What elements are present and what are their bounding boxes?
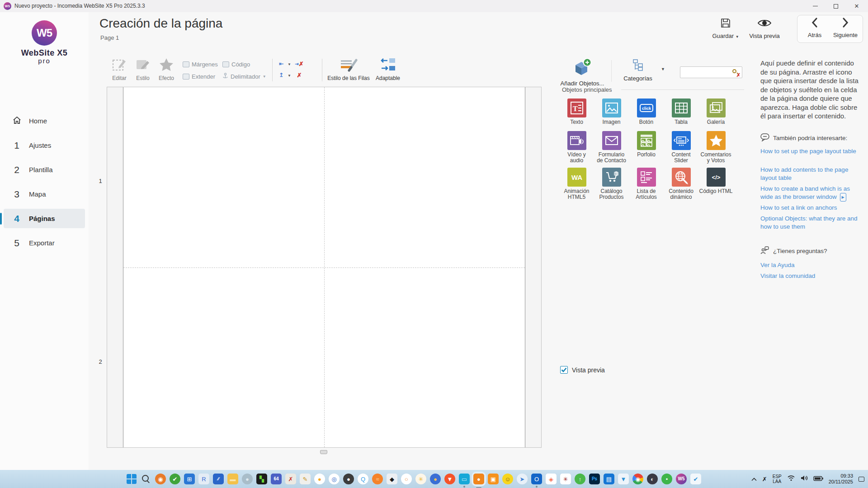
taskbar-search-button[interactable] <box>141 474 151 484</box>
taskbar-icon-globe-crown[interactable]: ● <box>430 474 441 484</box>
object-texto[interactable]: T Texto <box>559 99 594 131</box>
object-animacion-html5[interactable]: WA Animación HTML5 <box>559 168 594 204</box>
help-link-anchors[interactable]: How to set a link on anchors <box>760 204 860 212</box>
layout-grid[interactable] <box>123 87 525 447</box>
save-button[interactable]: Guardar ▼ <box>712 17 739 39</box>
object-tabla[interactable]: Tabla <box>664 99 698 131</box>
taskbar-icon-cloud-upload[interactable]: ↑ <box>575 474 585 484</box>
help-link-comunidad[interactable]: Visitar la comunidad <box>760 272 860 280</box>
taskbar-icon-notes[interactable]: ✎ <box>300 474 311 484</box>
page-layout-canvas[interactable] <box>107 87 542 448</box>
taskbar-icon-shield-check[interactable]: ✔ <box>690 474 701 484</box>
taskbar-icon-orange-ring[interactable]: ◉ <box>155 474 166 484</box>
sidebar-item-paginas[interactable]: 4 Páginas <box>4 209 85 228</box>
taskbar-icon-spark[interactable]: ✳ <box>415 474 426 484</box>
taskbar-icon-dark-red-star[interactable]: ✳ <box>560 474 571 484</box>
taskbar-icon-pin[interactable]: ➤ <box>517 474 528 484</box>
delete-row-button[interactable]: ⇥✗ <box>295 59 304 68</box>
sidebar-item-exportar[interactable]: 5 Exportar <box>4 233 85 253</box>
add-objects-button[interactable]: Añadir Objetos... <box>561 58 604 87</box>
object-lista-articulos[interactable]: Lista de Artículos <box>629 168 664 204</box>
taskbar-icon-panda[interactable]: ● <box>343 474 354 484</box>
object-boton[interactable]: click Botón <box>629 99 664 131</box>
wifi-icon[interactable] <box>787 475 795 483</box>
taskbar-icon-screen-capture[interactable]: ▣ <box>488 474 499 484</box>
taskbar-icon-microsoft-store[interactable]: ⊞ <box>184 474 195 484</box>
object-contenido-dinamico[interactable]: Contenido dinámico <box>664 168 698 204</box>
sidebar-item-home[interactable]: Home <box>4 111 85 131</box>
object-content-slider[interactable]: Content Slider <box>664 131 698 168</box>
sidebar-item-mapa[interactable]: 3 Mapa <box>4 184 85 204</box>
taskbar-icon-brave[interactable]: ▼ <box>444 474 455 484</box>
preview-checkbox-row[interactable]: Vista previa <box>560 366 605 374</box>
taskbar-icon-website-x5-2025[interactable]: ● <box>473 474 484 484</box>
categories-caret[interactable]: ▼ <box>661 67 665 71</box>
delimiter-button[interactable]: Delimitador ▼ <box>222 71 266 81</box>
taskbar-clock[interactable]: 09:33 20/11/2025 <box>829 473 853 485</box>
battery-icon[interactable] <box>813 475 823 483</box>
categories-button[interactable]: Categorías <box>618 59 657 82</box>
taskbar-icon-red-cross-app[interactable]: ✗ <box>285 474 296 484</box>
taskbar-icon-file-explorer[interactable]: ▬ <box>227 474 238 484</box>
help-link-create-band[interactable]: How to create a band which is as wide as… <box>760 185 860 202</box>
help-link-add-contents[interactable]: How to add contents to the page layout t… <box>760 166 860 182</box>
search-input[interactable] <box>682 67 730 77</box>
taskbar-icon-hex[interactable]: ◈ <box>546 474 557 484</box>
object-codigo-html[interactable]: </> Código HTML <box>698 168 733 204</box>
object-catalogo-productos[interactable]: Catálogo Productos <box>594 168 629 204</box>
taskbar-icon-photoshop[interactable]: Ps <box>589 474 600 484</box>
object-porfolio[interactable]: Porfolio <box>629 131 664 168</box>
insert-above-caret[interactable]: ▼ <box>288 74 291 78</box>
taskbar-icon-quicktime[interactable]: Q <box>358 474 368 484</box>
taskbar-icon-gray-disc[interactable]: ● <box>242 474 253 484</box>
object-style-button[interactable]: Estilo <box>133 57 153 81</box>
taskbar-icon-antivirus-shield[interactable]: ✔ <box>170 474 180 484</box>
object-comentarios-votos[interactable]: Comentarios y Votos <box>698 131 733 168</box>
insert-row-above-button[interactable]: ↥ <box>277 70 286 80</box>
responsive-button[interactable]: Adaptable <box>375 57 401 81</box>
sidebar-item-plantilla[interactable]: 2 Plantilla <box>4 160 85 179</box>
taskbar-icon-website-x5-w5[interactable]: W5 <box>676 474 687 484</box>
minimize-button[interactable] <box>805 0 826 12</box>
object-formulario-contacto[interactable]: Formulario de Contacto <box>594 131 629 168</box>
object-video-audio[interactable]: Vídeo y audio <box>559 131 594 168</box>
taskbar-icon-media-film[interactable]: ▚ <box>256 474 267 484</box>
help-link-optional-objects[interactable]: Optional Objects: what they are and how … <box>760 215 860 230</box>
object-imagen[interactable]: Imagen <box>594 99 629 131</box>
insert-cell-before-button[interactable]: ⇤ <box>277 59 286 68</box>
taskbar-icon-flame[interactable]: ≈ <box>372 474 383 484</box>
object-effect-button[interactable]: Efecto <box>156 57 177 81</box>
taskbar-icon-orange-magnifier[interactable]: ○ <box>401 474 412 484</box>
search-clear-icon[interactable]: ✗ <box>732 69 740 77</box>
delete-column-button[interactable]: ✗ <box>295 70 304 80</box>
back-button[interactable]: Atrás <box>803 17 826 38</box>
row-style-button[interactable]: Estilo de las Filas <box>329 57 368 81</box>
taskbar-icon-dark-gear[interactable]: ◐ <box>647 474 658 484</box>
taskbar-icon-blue-ring[interactable]: ◎ <box>329 474 340 484</box>
taskbar-icon-blue-mm[interactable]: ∕∕ <box>213 474 224 484</box>
preview-checkbox[interactable] <box>560 366 568 374</box>
extend-button[interactable]: Extender <box>183 71 215 81</box>
taskbar-icon-green-app[interactable]: • <box>661 474 672 484</box>
code-button[interactable]: Código <box>222 59 250 69</box>
notification-center-icon[interactable] <box>859 477 864 482</box>
taskbar-icon-floppy-64[interactable]: 64 <box>271 474 282 484</box>
next-button[interactable]: Siguiente <box>831 17 860 38</box>
edit-object-button[interactable]: Editar <box>108 57 130 81</box>
start-button[interactable] <box>126 474 137 484</box>
taskbar-icon-monitor[interactable]: ▭ <box>459 474 470 484</box>
canvas-resize-handle[interactable] <box>320 450 327 454</box>
taskbar-icon-down-arrow[interactable]: ▼ <box>618 474 629 484</box>
volume-icon[interactable] <box>801 475 808 483</box>
taskbar-icon-yellow-bird[interactable]: ● <box>314 474 325 484</box>
taskbar-icon-blue-tools[interactable]: ▤ <box>604 474 614 484</box>
help-link-ver-ayuda[interactable]: Ver la Ayuda <box>760 261 860 269</box>
close-button[interactable]: ✕ <box>846 0 867 12</box>
taskbar-icon-inkscape[interactable]: ◆ <box>387 474 397 484</box>
help-link-page-layout-table[interactable]: How to set up the page layout table <box>760 147 860 155</box>
object-galeria[interactable]: Galería <box>698 99 733 131</box>
insert-before-caret[interactable]: ▼ <box>288 62 291 66</box>
maximize-button[interactable] <box>826 0 846 12</box>
taskbar-icon-outlook[interactable]: O <box>531 474 542 484</box>
language-indicator[interactable]: ESPLAA <box>773 474 782 484</box>
